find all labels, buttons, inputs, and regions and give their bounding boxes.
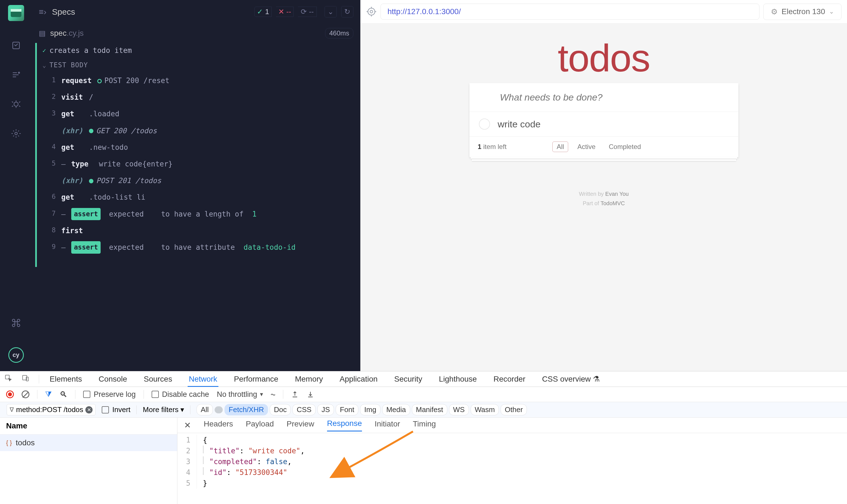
check-icon: ✓ (42, 47, 46, 54)
resp-tab-initiator[interactable]: Initiator (375, 419, 400, 431)
inspect-element-icon[interactable] (4, 374, 12, 384)
svg-point-7 (370, 10, 373, 13)
command-row[interactable]: 5–typewrite code{enter} (37, 156, 360, 172)
type-fetchxhr[interactable]: Fetch/XHR (225, 404, 268, 415)
name-column-header[interactable]: Name (0, 418, 177, 434)
test-body-header[interactable]: ⌄ TEST BODY (37, 58, 360, 72)
specs-menu-icon[interactable]: ≡› (39, 7, 47, 17)
filter-active[interactable]: Active (573, 142, 600, 152)
command-row[interactable]: 8first (37, 222, 360, 239)
type-img[interactable]: Img (360, 404, 380, 415)
type-font[interactable]: Font (336, 404, 358, 415)
type-doc[interactable]: Doc (270, 404, 291, 415)
filter-toggle-icon[interactable]: ⧩ (45, 390, 52, 399)
resp-tab-headers[interactable]: Headers (204, 419, 233, 431)
tab-application[interactable]: Application (339, 375, 379, 383)
throttling-select[interactable]: No throttling▾ (217, 390, 263, 399)
more-filters[interactable]: More filters ▾ (143, 406, 184, 414)
sidebar-runs-icon[interactable] (11, 70, 21, 80)
cypress-badge-icon[interactable]: cy (8, 347, 24, 363)
clear-button[interactable] (22, 391, 29, 398)
download-icon[interactable] (307, 391, 314, 398)
type-js[interactable]: JS (317, 404, 334, 415)
resp-tab-payload[interactable]: Payload (246, 419, 274, 431)
tab-console[interactable]: Console (98, 375, 128, 383)
type-media[interactable]: Media (382, 404, 410, 415)
search-icon[interactable]: 🔍︎ (59, 390, 67, 399)
app-under-test: http://127.0.0.1:3000/ ⚙ Electron 130 ⌄ … (360, 0, 847, 371)
selector-target-icon[interactable] (366, 6, 377, 17)
upload-icon[interactable] (291, 391, 299, 398)
command-row[interactable]: 4get.new-todo (37, 139, 360, 156)
svg-rect-10 (26, 377, 28, 381)
command-row[interactable]: (xhr)POST 201 /todos (37, 172, 360, 189)
tab-security[interactable]: Security (393, 375, 423, 383)
request-row[interactable]: { } todos (0, 434, 177, 451)
todomvc-link[interactable]: TodoMVC (601, 200, 625, 206)
type-wasm[interactable]: Wasm (471, 404, 499, 415)
sidebar-debug-icon[interactable] (11, 99, 21, 109)
todo-toggle[interactable] (479, 119, 490, 130)
tab-memory[interactable]: Memory (294, 375, 324, 383)
tab-css[interactable]: CSS overview ⚗ (541, 374, 601, 383)
resp-tab-timing[interactable]: Timing (413, 419, 436, 431)
tab-performance[interactable]: Performance (233, 375, 279, 383)
svg-point-4 (14, 102, 18, 106)
wifi-icon[interactable]: ⏦ (271, 390, 275, 399)
gear-icon: ⚙ (771, 7, 778, 16)
command-row[interactable]: 1requestPOST 200 /reset (37, 72, 360, 89)
todo-item[interactable]: write code (469, 112, 738, 137)
sidebar-specs-icon[interactable] (11, 40, 21, 50)
type-css[interactable]: CSS (292, 404, 315, 415)
type-manifest[interactable]: Manifest (412, 404, 447, 415)
browser-select[interactable]: ⚙ Electron 130 ⌄ (763, 4, 842, 20)
command-row[interactable]: (xhr)GET 200 /todos (37, 122, 360, 139)
preserve-log-checkbox[interactable]: Preserve log (83, 390, 136, 399)
new-todo-input[interactable] (469, 83, 738, 112)
tab-elements[interactable]: Elements (49, 375, 83, 383)
resp-tab-response[interactable]: Response (327, 419, 362, 431)
type-ws[interactable]: WS (449, 404, 469, 415)
browser-name: Electron 130 (782, 7, 825, 16)
command-row[interactable]: 6get.todo-list li (37, 189, 360, 205)
test-title-row[interactable]: ✓ creates a todo item (37, 43, 360, 58)
tab-network[interactable]: Network (188, 375, 219, 387)
runner-header: ≡› Specs ✓ 1 ✕ -- ⟳ -- ⌄ ↻ (32, 0, 360, 23)
command-row[interactable]: 3get.loaded (37, 106, 360, 122)
cypress-runner: cy ≡› Specs ✓ 1 ✕ -- ⟳ -- ⌄ ↻ ▤ (0, 0, 360, 371)
svg-point-5 (15, 132, 17, 135)
fail-count: ✕ -- (276, 7, 294, 17)
sidebar-settings-icon[interactable] (11, 128, 21, 139)
command-key-icon[interactable] (11, 318, 21, 328)
tab-recorder[interactable]: Recorder (492, 375, 526, 383)
todo-item-label: write code (498, 119, 541, 130)
command-row[interactable]: 7–assertexpected to have a length of 1 (37, 206, 360, 223)
response-body[interactable]: 1{2"title": "write code",3"completed": f… (177, 433, 847, 490)
invert-checkbox[interactable]: Invert (102, 406, 130, 414)
close-icon[interactable]: ✕ (184, 420, 191, 430)
type-other[interactable]: Other (501, 404, 527, 415)
disable-cache-checkbox[interactable]: Disable cache (152, 390, 209, 399)
tab-lighthouse[interactable]: Lighthouse (438, 375, 478, 383)
author-link[interactable]: Evan You (605, 191, 629, 197)
clear-filter-icon[interactable]: ✕ (85, 406, 92, 413)
type-all[interactable]: All (196, 404, 213, 415)
network-toolbar: ⧩ 🔍︎ Preserve log Disable cache No throt… (0, 387, 847, 402)
record-button[interactable] (6, 391, 14, 398)
spec-bar[interactable]: ▤ spec.cy.js 460ms (32, 23, 360, 43)
filter-all[interactable]: All (552, 142, 568, 152)
command-row[interactable]: 2visit/ (37, 89, 360, 106)
tab-sources[interactable]: Sources (142, 375, 173, 383)
url-input[interactable]: http://127.0.0.1:3000/ (381, 4, 759, 20)
resp-tab-preview[interactable]: Preview (287, 419, 314, 431)
run-stats: ✓ 1 ✕ -- ⟳ -- ⌄ ↻ (255, 6, 353, 17)
filter-completed[interactable]: Completed (605, 142, 645, 152)
expand-toggle[interactable]: ⌄ (325, 6, 337, 17)
device-toggle-icon[interactable] (22, 374, 29, 384)
reload-button[interactable]: ↻ (341, 6, 353, 17)
command-row[interactable]: 9–assertexpected to have attribute data-… (37, 239, 360, 256)
filter-list: AllActiveCompleted (507, 142, 691, 152)
cypress-logo-icon[interactable] (8, 5, 24, 21)
filter-input[interactable]: method:POST /todos (16, 406, 83, 414)
cypress-main: ≡› Specs ✓ 1 ✕ -- ⟳ -- ⌄ ↻ ▤ spec.cy.js (32, 0, 360, 371)
